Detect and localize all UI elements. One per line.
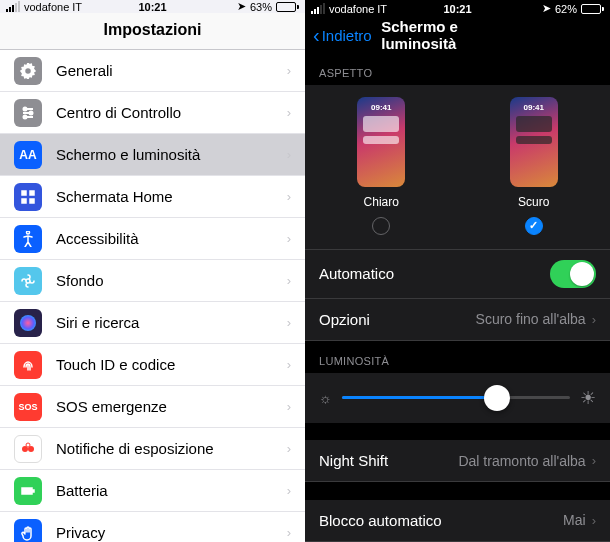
hand-icon: [14, 519, 42, 543]
settings-row-label: Schermata Home: [56, 188, 273, 205]
settings-row-switches[interactable]: Centro di Controllo›: [0, 92, 305, 134]
chevron-right-icon: ›: [592, 513, 596, 528]
flower-icon: [14, 267, 42, 295]
clock: 10:21: [138, 1, 166, 13]
chevron-right-icon: ›: [287, 231, 291, 246]
settings-row-hand[interactable]: Privacy›: [0, 512, 305, 542]
settings-row-label: Privacy: [56, 524, 273, 541]
night-shift-value: Dal tramonto all'alba: [458, 453, 585, 469]
settings-list: Generali›Centro di Controllo›AASchermo e…: [0, 50, 305, 542]
settings-row-aa[interactable]: AASchermo e luminosità›: [0, 134, 305, 176]
back-button[interactable]: ‹ Indietro: [313, 24, 372, 47]
grid-icon: [14, 183, 42, 211]
battery-percent: 63%: [250, 1, 272, 13]
chevron-right-icon: ›: [287, 357, 291, 372]
gear-icon: [14, 57, 42, 85]
chevron-right-icon: ›: [287, 483, 291, 498]
settings-row-gear[interactable]: Generali›: [0, 50, 305, 92]
chevron-right-icon: ›: [592, 453, 596, 468]
carrier-label: vodafone IT: [24, 1, 82, 13]
night-shift-row[interactable]: Night Shift Dal tramonto all'alba ›: [305, 440, 610, 482]
brightness-slider-row: ☼ ☀: [305, 373, 610, 423]
chevron-right-icon: ›: [287, 189, 291, 204]
sos-icon: SOS: [14, 393, 42, 421]
chevron-right-icon: ›: [287, 525, 291, 540]
svg-point-1: [30, 111, 33, 114]
settings-row-sos[interactable]: SOSSOS emergenze›: [0, 386, 305, 428]
settings-root-screen: vodafone IT 10:21 ➤ 63% Impostazioni Gen…: [0, 0, 305, 542]
auto-lock-value: Mai: [563, 512, 586, 528]
settings-row-label: Siri e ricerca: [56, 314, 273, 331]
chevron-right-icon: ›: [287, 105, 291, 120]
dark-label: Scuro: [518, 195, 549, 209]
appearance-option-dark[interactable]: 09:41 Scuro: [510, 97, 558, 235]
location-arrow-icon: ➤: [542, 2, 551, 15]
chevron-left-icon: ‹: [313, 24, 320, 47]
settings-row-figure[interactable]: Accessibilità›: [0, 218, 305, 260]
display-brightness-screen: vodafone IT 10:21 ➤ 62% ‹ Indietro Scher…: [305, 0, 610, 542]
settings-row-siri[interactable]: Siri e ricerca›: [0, 302, 305, 344]
appearance-group: 09:41 Chiaro 09:41 Scuro Automatico Opzi…: [305, 85, 610, 341]
settings-row-label: SOS emergenze: [56, 398, 273, 415]
automatic-toggle[interactable]: [550, 260, 596, 288]
brightness-slider[interactable]: [342, 396, 570, 399]
settings-row-label: Sfondo: [56, 272, 273, 289]
settings-row-battery[interactable]: Batteria›: [0, 470, 305, 512]
light-preview-icon: 09:41: [357, 97, 405, 187]
settings-row-label: Schermo e luminosità: [56, 146, 273, 163]
section-header-appearance: ASPETTO: [305, 53, 610, 85]
chevron-right-icon: ›: [287, 441, 291, 456]
settings-row-label: Centro di Controllo: [56, 104, 273, 121]
settings-row-label: Generali: [56, 62, 273, 79]
settings-row-label: Touch ID e codice: [56, 356, 273, 373]
figure-icon: [14, 225, 42, 253]
back-label: Indietro: [322, 27, 372, 44]
battery-icon: [581, 4, 604, 14]
settings-row-fingerprint[interactable]: Touch ID e codice›: [0, 344, 305, 386]
svg-point-0: [24, 107, 27, 110]
chevron-right-icon: ›: [287, 63, 291, 78]
chevron-right-icon: ›: [287, 315, 291, 330]
options-row[interactable]: Opzioni Scuro fino all'alba ›: [305, 299, 610, 341]
clock: 10:21: [443, 3, 471, 15]
status-bar: vodafone IT 10:21 ➤ 63%: [0, 0, 305, 13]
auto-lock-label: Blocco automatico: [319, 512, 563, 529]
night-shift-label: Night Shift: [319, 452, 458, 469]
svg-point-5: [26, 443, 30, 447]
dark-preview-icon: 09:41: [510, 97, 558, 187]
svg-point-2: [24, 115, 27, 118]
switches-icon: [14, 99, 42, 127]
chevron-right-icon: ›: [287, 399, 291, 414]
settings-row-flower[interactable]: Sfondo›: [0, 260, 305, 302]
automatic-label: Automatico: [319, 265, 550, 282]
settings-row-label: Notifiche di esposizione: [56, 440, 273, 457]
chevron-right-icon: ›: [287, 273, 291, 288]
chevron-right-icon: ›: [592, 312, 596, 327]
options-value: Scuro fino all'alba: [476, 311, 586, 327]
settings-row-label: Batteria: [56, 482, 273, 499]
settings-row-exposure[interactable]: Notifiche di esposizione›: [0, 428, 305, 470]
radio-unchecked-icon[interactable]: [372, 217, 390, 235]
battery-percent: 62%: [555, 3, 577, 15]
siri-icon: [14, 309, 42, 337]
auto-lock-row[interactable]: Blocco automatico Mai ›: [305, 500, 610, 542]
signal-bars-icon: [6, 1, 20, 12]
section-header-brightness: LUMINOSITÀ: [305, 341, 610, 373]
signal-bars-icon: [311, 3, 325, 14]
options-label: Opzioni: [319, 311, 476, 328]
exposure-icon: [14, 435, 42, 463]
sun-small-icon: ☼: [319, 390, 332, 406]
automatic-row: Automatico: [305, 250, 610, 299]
status-bar: vodafone IT 10:21 ➤ 62%: [305, 0, 610, 18]
settings-row-grid[interactable]: Schermata Home›: [0, 176, 305, 218]
appearance-option-light[interactable]: 09:41 Chiaro: [357, 97, 405, 235]
radio-checked-icon[interactable]: [525, 217, 543, 235]
fingerprint-icon: [14, 351, 42, 379]
battery-icon: [14, 477, 42, 505]
chevron-right-icon: ›: [287, 147, 291, 162]
battery-icon: [276, 2, 299, 12]
page-title: Impostazioni: [0, 13, 305, 50]
light-label: Chiaro: [364, 195, 399, 209]
carrier-label: vodafone IT: [329, 3, 387, 15]
page-title: Schermo e luminosità: [381, 18, 534, 52]
